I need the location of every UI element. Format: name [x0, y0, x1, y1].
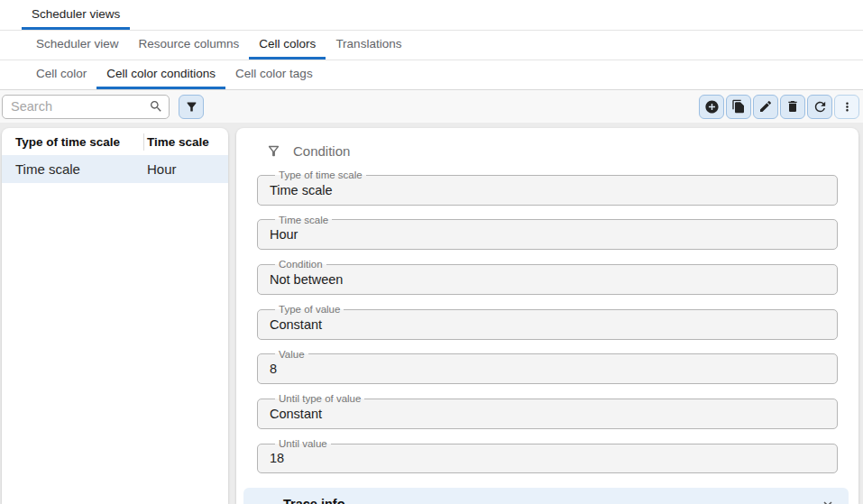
field-type-of-time-scale[interactable]: Type of time scale Time scale	[257, 170, 838, 206]
field-until-value[interactable]: Until value 18	[257, 438, 838, 474]
copy-button[interactable]	[726, 95, 751, 119]
field-value: Time scale	[270, 182, 826, 197]
search-input[interactable]	[2, 95, 170, 119]
detail-header: Condition	[236, 128, 858, 159]
pencil-icon	[758, 99, 773, 114]
refresh-icon	[813, 99, 828, 115]
detail-fields: Type of time scale Time scale Time scale…	[257, 170, 838, 473]
tab-cell-color-tags[interactable]: Cell color tags	[225, 60, 323, 89]
tab-translations[interactable]: Translations	[326, 31, 411, 60]
field-type-of-value[interactable]: Type of value Constant	[257, 304, 838, 340]
tab-cell-colors[interactable]: Cell colors	[249, 31, 326, 60]
field-label: Type of time scale	[275, 170, 366, 181]
tab-scheduler-views[interactable]: Scheduler views	[22, 0, 130, 30]
cell-type-of-time-scale: Time scale	[2, 161, 142, 177]
tab-scheduler-view[interactable]: Scheduler view	[26, 31, 129, 60]
search-field-wrap	[2, 95, 170, 119]
field-value: 8	[270, 361, 826, 376]
field-value: 18	[270, 450, 826, 465]
trace-info-section-header[interactable]: Trace info	[243, 488, 849, 504]
field-time-scale[interactable]: Time scale Hour	[257, 215, 838, 251]
field-until-type-of-value[interactable]: Until type of value Constant	[257, 393, 838, 429]
search-icon	[149, 99, 163, 114]
primary-tab-bar: Scheduler views	[0, 0, 863, 31]
field-value: Constant	[270, 406, 826, 421]
refresh-button[interactable]	[807, 95, 832, 119]
tertiary-tab-bar: Cell color Cell color conditions Cell co…	[0, 60, 863, 90]
more-button[interactable]	[834, 95, 859, 119]
table-header-row: Type of time scale Time scale	[2, 128, 228, 155]
field-value: Hour	[270, 226, 826, 242]
add-button[interactable]	[699, 95, 724, 119]
plus-circle-icon	[704, 99, 720, 115]
condition-list-panel: Type of time scale Time scale Time scale…	[2, 128, 228, 504]
field-label: Until type of value	[275, 393, 364, 405]
cell-time-scale: Hour	[142, 161, 228, 177]
field-label: Condition	[275, 259, 326, 270]
field-value: Constant	[270, 316, 826, 332]
field-value[interactable]: Value 8	[257, 349, 838, 385]
copy-icon	[731, 99, 746, 114]
secondary-tab-bar: Scheduler view Resource columns Cell col…	[0, 31, 863, 60]
edit-button[interactable]	[753, 95, 778, 119]
kebab-menu-icon	[840, 100, 854, 114]
trash-icon	[785, 99, 800, 114]
field-label: Type of value	[275, 304, 344, 316]
field-label: Value	[275, 349, 308, 361]
content-area: Type of time scale Time scale Time scale…	[0, 123, 863, 504]
table-row[interactable]: Time scale Hour	[2, 155, 228, 183]
condition-detail-panel: Condition Type of time scale Time scale …	[236, 128, 858, 504]
detail-title: Condition	[293, 143, 350, 159]
field-condition[interactable]: Condition Not between	[257, 259, 838, 295]
filter-outline-icon	[266, 143, 281, 159]
delete-button[interactable]	[780, 95, 805, 119]
field-value: Not between	[270, 271, 826, 287]
column-header-type-of-time-scale[interactable]: Type of time scale	[2, 135, 142, 149]
column-header-time-scale[interactable]: Time scale	[142, 135, 228, 149]
filter-icon	[185, 100, 198, 114]
tab-resource-columns[interactable]: Resource columns	[129, 31, 250, 60]
chevron-down-icon	[820, 496, 836, 504]
trace-info-label: Trace info	[283, 497, 345, 504]
column-divider	[143, 133, 144, 151]
field-label: Time scale	[275, 215, 332, 226]
tab-cell-color[interactable]: Cell color	[26, 60, 96, 89]
toolbar	[0, 90, 863, 123]
tab-cell-color-conditions[interactable]: Cell color conditions	[96, 60, 225, 89]
field-label: Until value	[275, 438, 331, 450]
filter-button[interactable]	[179, 95, 204, 119]
toolbar-actions	[699, 95, 859, 119]
